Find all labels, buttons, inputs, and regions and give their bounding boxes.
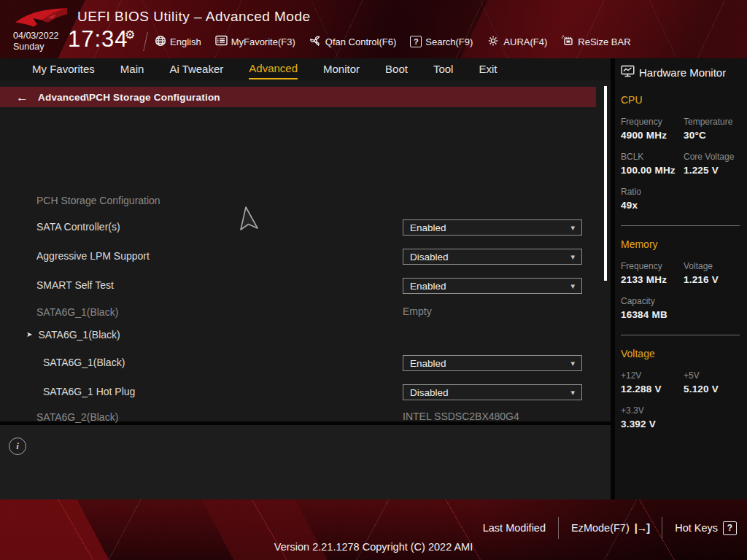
search-icon: ? [410,36,422,47]
hm-label: Frequency [621,261,684,271]
dropdown-sata-controllers[interactable]: Enabled ▾ [403,219,582,236]
static-label-sata6g2: SATA6G_2(Black) [36,410,118,424]
search-label: Search(F9) [425,36,473,47]
hardware-monitor-title: Hardware Monitor [639,66,726,79]
tab-my-favorites[interactable]: My Favorites [32,60,95,79]
hm-divider [621,335,740,335]
hm-cell: Ratio 49x [621,187,684,211]
hm-value: 30°C [684,130,747,141]
language-label: English [170,36,201,47]
dropdown-value: Disabled [410,387,570,398]
static-value-sata6g1: Empty [403,305,432,318]
hm-value: 49x [621,200,684,211]
date-block: 04/03/2022 Sunday [13,31,59,52]
dropdown-value: Enabled [410,281,570,292]
dropdown-sata6g1-hotplug[interactable]: Disabled ▾ [403,384,582,400]
hm-label: Ratio [621,187,684,197]
submenu-arrow-icon: ➤ [26,331,32,338]
scrollbar[interactable] [604,86,607,281]
tab-monitor[interactable]: Monitor [323,60,360,79]
hotkeys-button[interactable]: Hot Keys ? [675,521,737,535]
last-modified-button[interactable]: Last Modified [483,522,546,534]
hm-cell: Capacity 16384 MB [621,296,684,320]
date-value: 04/03/2022 [13,31,59,42]
search-button[interactable]: ? Search(F9) [410,36,473,47]
hm-value: 3.392 V [621,419,684,429]
hm-label: +12V [621,370,684,381]
chevron-down-icon: ▾ [570,224,575,232]
tab-tool[interactable]: Tool [433,60,454,79]
tab-advanced[interactable]: Advanced [249,59,298,79]
hm-value: 2133 MHz [621,274,684,285]
chevron-down-icon: ▾ [570,282,575,290]
static-label-sata6g1: SATA6G_1(Black) [36,305,118,319]
dropdown-value: Enabled [410,358,570,369]
top-bar: UEFI BIOS Utility – Advanced Mode 04/03/… [0,0,747,58]
hm-value: 5.120 V [684,384,747,394]
tab-ai-tweaker[interactable]: Ai Tweaker [169,60,223,79]
resize-bar-button[interactable]: ReSize BAR [561,34,630,49]
hm-cell: +12V 12.288 V [621,370,684,394]
hm-cell: +3.3V 3.392 V [621,405,684,429]
hm-section-voltage: Voltage [621,348,741,359]
day-value: Sunday [13,42,59,52]
tab-main[interactable]: Main [120,60,144,79]
dropdown-sata6g1-enable[interactable]: Enabled ▾ [403,355,582,371]
hm-value: 12.288 V [621,384,684,394]
section-title: PCH Storage Configuration [36,195,160,206]
top-toolbar: English MyFavorite(F3) [155,32,631,51]
myfavorite-button[interactable]: MyFavorite(F3) [215,35,295,48]
ezmode-button[interactable]: EzMode(F7)|→] [571,522,649,534]
info-icon: i [9,438,26,455]
dropdown-smart-self-test[interactable]: Enabled ▾ [403,278,582,294]
hm-value: 1.225 V [684,165,747,176]
clock-settings-gear-icon[interactable]: ⚙ [125,28,135,42]
hm-voltage-grid: +12V 12.288 V +5V 5.120 V +3.3V 3.392 V [615,359,747,429]
language-button[interactable]: English [155,35,201,49]
tab-exit[interactable]: Exit [479,60,497,79]
breadcrumb-path: Advanced\PCH Storage Configuration [38,92,220,103]
hm-section-cpu: CPU [621,94,741,106]
back-arrow-icon[interactable]: ← [16,91,28,104]
hm-label: Capacity [621,296,684,306]
setting-label-smart-self-test: SMART Self Test [36,278,114,292]
footer-actions: Last Modified EzMode(F7)|→] Hot Keys ? [483,517,737,539]
hm-cell: Frequency 4900 MHz [621,117,684,141]
question-icon: ? [723,521,737,535]
menu-bar: My Favorites Main Ai Tweaker Advanced Mo… [0,58,611,80]
setting-label-sata-controllers: SATA Controller(s) [36,219,120,234]
toolbar-divider [143,32,148,51]
ezmode-arrow-icon: |→] [635,522,649,534]
myfavorite-icon [215,35,228,48]
hardware-monitor-header: Hardware Monitor [615,58,747,82]
hm-cell: Temperature 30°C [684,117,747,141]
hm-value: 16384 MB [621,309,684,320]
dropdown-value: Disabled [410,252,570,262]
tab-boot[interactable]: Boot [385,60,408,79]
hm-memory-grid: Frequency 2133 MHz Voltage 1.216 V Capac… [615,250,747,320]
myfavorite-label: MyFavorite(F3) [231,36,295,47]
dropdown-aggressive-lpm[interactable]: Disabled ▾ [403,249,582,265]
aura-button[interactable]: AURA(F4) [487,35,547,49]
qfan-control-button[interactable]: Qfan Control(F6) [309,35,397,49]
hm-label: +3.3V [621,405,684,416]
breadcrumb: ← Advanced\PCH Storage Configuration [0,87,596,107]
hm-label: Voltage [684,261,747,271]
hotkeys-label: Hot Keys [675,522,718,534]
hardware-monitor-panel: Hardware Monitor CPU Frequency 4900 MHz … [615,58,747,499]
hm-section-memory: Memory [621,238,741,250]
app-title: UEFI BIOS Utility – Advanced Mode [77,9,311,25]
fan-icon [309,35,322,49]
hm-cell: Voltage 1.216 V [684,261,747,285]
hm-label: BCLK [621,152,684,162]
hm-cell: Frequency 2133 MHz [621,261,684,285]
drive-model: INTEL SSDSC2BX480G4 [403,410,519,423]
hm-divider [621,225,740,226]
chevron-down-icon: ▾ [570,253,575,261]
hm-cell: Core Voltage 1.225 V [684,152,747,176]
bottom-bar: Last Modified EzMode(F7)|→] Hot Keys ? V… [0,499,747,560]
group-row-sata6g1[interactable]: ➤ SATA6G_1(Black) [26,329,120,341]
clock: 17:34 [68,26,128,52]
hm-cell: BCLK 100.00 MHz [621,152,684,176]
info-panel [0,425,611,499]
